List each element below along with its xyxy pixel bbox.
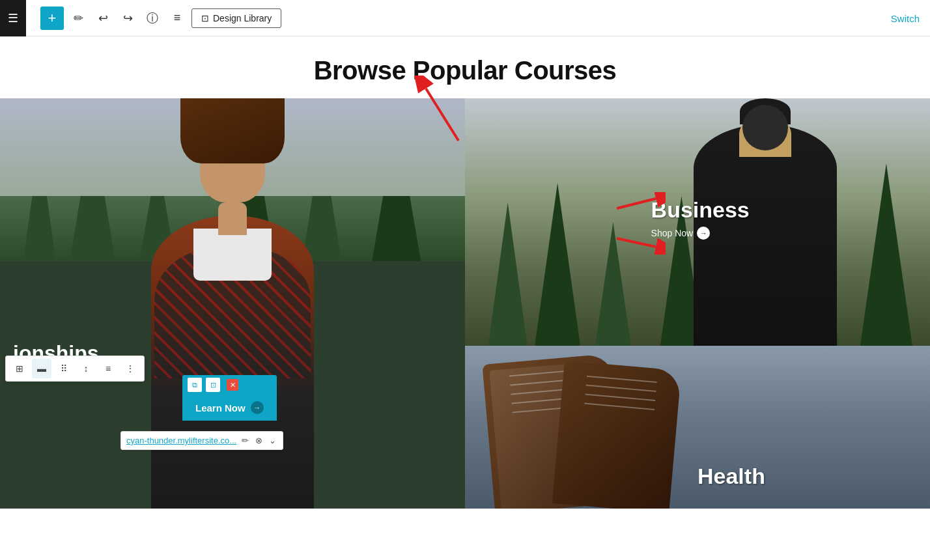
list-button[interactable]: ≡	[167, 8, 188, 29]
info-icon: ⓘ	[147, 10, 158, 26]
learn-now-button[interactable]: Learn Now →	[182, 395, 277, 421]
toolbar-right: Switch	[891, 0, 920, 36]
url-text: cyan-thunder.myliftersite.co...	[126, 436, 236, 445]
block-toolbar: ⊞ ▬ ⠿ ↕ ≡ ⋮	[5, 356, 145, 382]
url-chevron-button[interactable]: ⌄	[268, 434, 277, 447]
neck	[218, 203, 247, 235]
save-block-button[interactable]: ⊞	[10, 359, 29, 378]
grid-button[interactable]: ⠿	[54, 359, 74, 378]
cards-grid: ionships ⊞ ▬ ⠿ ↕ ≡	[0, 98, 930, 537]
move-button[interactable]: ↕	[76, 359, 96, 378]
widget-template-icon: ⊡	[206, 378, 220, 392]
lace-r4	[584, 402, 655, 410]
add-button[interactable]: +	[40, 7, 64, 30]
button-widget-toolbar: ⧉ ⊡ ✕	[182, 375, 277, 395]
hamburger-menu[interactable]: ☰	[0, 0, 26, 36]
redo-icon: ↪	[123, 11, 133, 25]
block-type-button[interactable]: ▬	[32, 359, 51, 378]
learn-now-label: Learn Now	[195, 402, 246, 413]
health-text-container: Health	[698, 464, 765, 489]
align-icon: ≡	[106, 363, 111, 374]
toolbar-buttons: + ✏ ↩ ↪ ⓘ ≡ ⊡ Design Library	[40, 7, 281, 30]
undo-icon: ↩	[98, 11, 108, 25]
boot-laces-right	[584, 376, 656, 410]
design-library-button[interactable]: ⊡ Design Library	[191, 8, 281, 28]
design-library-icon: ⊡	[201, 13, 209, 23]
move-icon: ↕	[84, 363, 89, 374]
toolbar: ☰ + ✏ ↩ ↪ ⓘ ≡ ⊡ Design Library Switch	[0, 0, 930, 36]
lace-r1	[587, 376, 657, 383]
list-icon: ≡	[174, 11, 181, 25]
lace-r2	[585, 385, 656, 392]
more-icon: ⋮	[126, 363, 135, 374]
business-text-container: Business Shop Now →	[651, 197, 750, 240]
health-title: Health	[698, 464, 765, 489]
learn-now-arrow-icon: →	[251, 401, 264, 414]
url-db-button[interactable]: ⊗	[254, 434, 264, 447]
pencil-icon: ✏	[74, 11, 83, 25]
boot-right	[552, 361, 681, 509]
info-button[interactable]: ⓘ	[142, 8, 163, 29]
url-edit-button[interactable]: ✏	[240, 434, 250, 447]
lace-r3	[585, 394, 655, 401]
widget-copy-icon: ⧉	[188, 378, 202, 392]
more-button[interactable]: ⋮	[120, 359, 140, 378]
undo-button[interactable]: ↩	[92, 8, 113, 29]
business-title: Business	[651, 197, 750, 223]
block-type-icon: ▬	[37, 363, 46, 374]
save-block-icon: ⊞	[16, 363, 23, 374]
url-edit-icon: ✏	[242, 436, 249, 445]
menu-icon: ☰	[8, 11, 18, 25]
card-left: ionships ⊞ ▬ ⠿ ↕ ≡	[0, 98, 465, 509]
shop-now-arrow-icon: →	[697, 227, 710, 240]
url-db-icon: ⊗	[255, 436, 262, 445]
main-content: Browse Popular Courses	[0, 36, 930, 560]
widget-close-button[interactable]: ✕	[227, 379, 238, 391]
url-chevron-icon: ⌄	[269, 436, 276, 445]
shirt	[193, 229, 272, 281]
business-head	[742, 105, 788, 150]
hair	[180, 98, 285, 163]
shop-now-link[interactable]: Shop Now →	[651, 227, 750, 240]
pencil-button[interactable]: ✏	[68, 8, 89, 29]
grid-icon: ⠿	[61, 363, 67, 374]
button-widget: ⧉ ⊡ ✕ Learn Now →	[182, 375, 277, 421]
design-library-label: Design Library	[213, 13, 272, 23]
card-right-bottom: Health	[465, 346, 930, 509]
redo-button[interactable]: ↪	[117, 8, 138, 29]
card-right-top: Business Shop Now →	[465, 98, 930, 346]
page-heading: Browse Popular Courses	[0, 36, 930, 98]
url-bar: cyan-thunder.myliftersite.co... ✏ ⊗ ⌄	[120, 431, 283, 450]
align-button[interactable]: ≡	[98, 359, 118, 378]
shop-now-label: Shop Now	[651, 228, 694, 238]
switch-button[interactable]: Switch	[891, 13, 920, 24]
